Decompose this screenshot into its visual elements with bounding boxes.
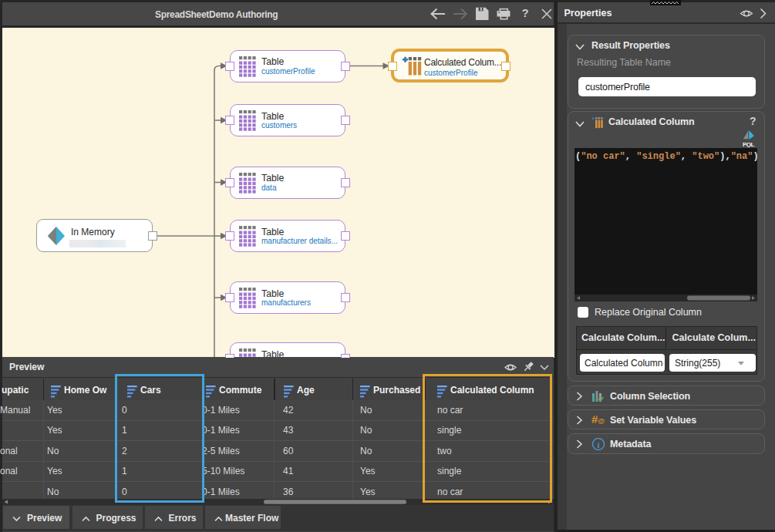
svg-text:PQL: PQL: [743, 141, 755, 148]
svg-text:i: i: [598, 440, 600, 450]
